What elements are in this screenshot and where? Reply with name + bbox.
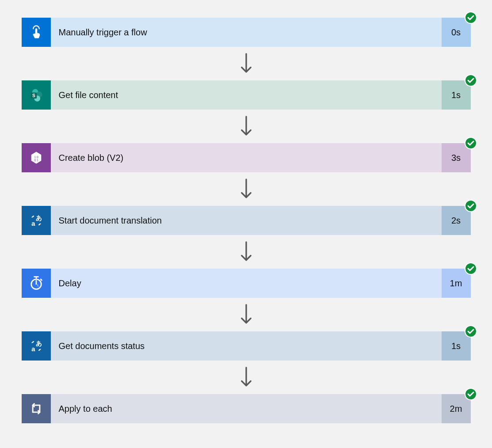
sharepoint-icon <box>22 80 51 110</box>
step-card-get-documents-status[interactable]: Get documents status1s <box>22 331 471 361</box>
touch-icon <box>22 18 51 47</box>
loop-icon <box>22 394 51 423</box>
connector-arrow-icon <box>239 47 254 80</box>
success-check-icon <box>465 325 477 338</box>
step-label: Delay <box>51 269 442 298</box>
step-card-start-translation[interactable]: Start document translation2s <box>22 206 471 235</box>
step-card-delay[interactable]: Delay1m <box>22 269 471 298</box>
step-card-create-blob[interactable]: Create blob (V2)3s <box>22 143 471 172</box>
connector-arrow-icon <box>239 172 254 206</box>
step-label: Manually trigger a flow <box>51 18 442 47</box>
step-label: Get documents status <box>51 331 442 361</box>
flow-canvas: Manually trigger a flow0sGet file conten… <box>0 18 492 423</box>
blob-icon <box>22 143 51 172</box>
success-check-icon <box>465 11 477 24</box>
connector-arrow-icon <box>239 235 254 269</box>
success-check-icon <box>465 262 477 275</box>
translate-icon <box>22 206 51 235</box>
connector-arrow-icon <box>239 298 254 331</box>
step-card-get-file-content[interactable]: Get file content1s <box>22 80 471 110</box>
step-card-apply-to-each[interactable]: Apply to each2m <box>22 394 471 423</box>
step-label: Start document translation <box>51 206 442 235</box>
step-label: Get file content <box>51 80 442 110</box>
step-label: Apply to each <box>51 394 442 423</box>
translate-icon <box>22 331 51 361</box>
success-check-icon <box>465 74 477 87</box>
success-check-icon <box>465 388 477 400</box>
connector-arrow-icon <box>239 110 254 143</box>
success-check-icon <box>465 137 477 149</box>
stopwatch-icon <box>22 269 51 298</box>
success-check-icon <box>465 200 477 212</box>
step-label: Create blob (V2) <box>51 143 442 172</box>
step-card-manual-trigger[interactable]: Manually trigger a flow0s <box>22 18 471 47</box>
connector-arrow-icon <box>239 361 254 394</box>
